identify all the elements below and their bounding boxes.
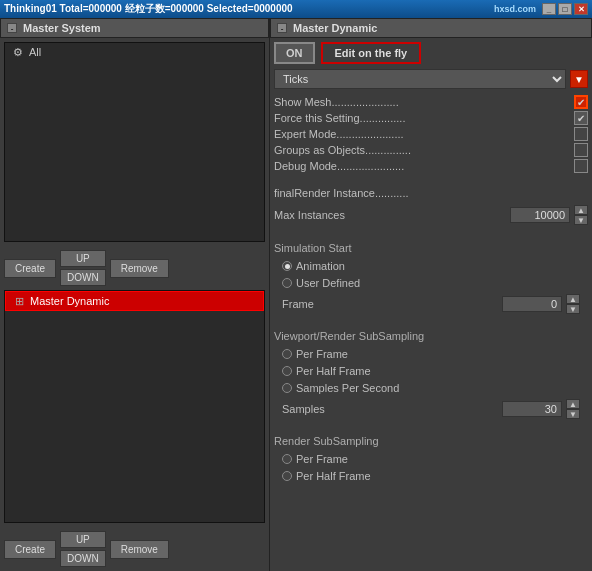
per-half-frame-radio-label: Per Half Frame: [296, 365, 371, 377]
frame-up-btn[interactable]: ▲: [566, 294, 580, 304]
upper-btn-row: Create UP DOWN Remove: [0, 246, 269, 290]
lower-create-button[interactable]: Create: [4, 540, 56, 559]
samples-per-second-radio[interactable]: [282, 383, 292, 393]
render-per-frame-radio[interactable]: [282, 454, 292, 464]
frame-label: Frame: [282, 298, 498, 310]
gear-icon: [11, 45, 25, 59]
user-defined-radio-row: User Defined: [274, 276, 588, 290]
render-per-half-frame-radio[interactable]: [282, 471, 292, 481]
render-per-half-frame-radio-label: Per Half Frame: [296, 470, 371, 482]
per-frame-radio[interactable]: [282, 349, 292, 359]
render-per-frame-radio-row: Per Frame: [274, 452, 588, 466]
system-list-upper[interactable]: All: [4, 42, 265, 242]
samples-input[interactable]: [502, 401, 562, 417]
up-down-group: UP DOWN: [60, 250, 106, 286]
force-setting-label: Force this Setting...............: [274, 112, 574, 124]
on-button[interactable]: ON: [274, 42, 315, 64]
separator-3: [274, 318, 588, 324]
lower-down-button[interactable]: DOWN: [60, 550, 106, 567]
minimize-button[interactable]: _: [542, 3, 556, 15]
separator-1: [274, 177, 588, 183]
right-panel-collapse-btn[interactable]: -: [277, 23, 287, 33]
max-instances-input[interactable]: [510, 207, 570, 223]
max-instances-down-btn[interactable]: ▼: [574, 215, 588, 225]
upper-up-button[interactable]: UP: [60, 250, 106, 267]
on-edit-row: ON Edit on the fly: [274, 42, 588, 64]
upper-remove-button[interactable]: Remove: [110, 259, 169, 278]
max-instances-spinner: ▲ ▼: [574, 205, 588, 225]
system-list-lower[interactable]: Master Dynamic: [4, 290, 265, 523]
upper-down-button[interactable]: DOWN: [60, 269, 106, 286]
render-per-half-frame-radio-row: Per Half Frame: [274, 469, 588, 483]
dropdown-arrow-icon[interactable]: ▼: [570, 70, 588, 88]
animation-radio-row: Animation: [274, 259, 588, 273]
upper-create-button[interactable]: Create: [4, 259, 56, 278]
separator-2: [274, 230, 588, 236]
lower-btn-row: Create UP DOWN Remove: [0, 527, 269, 571]
separator-4: [274, 423, 588, 429]
maximize-button[interactable]: □: [558, 3, 572, 15]
expert-mode-checkbox[interactable]: [574, 127, 588, 141]
final-render-label: finalRender Instance...........: [274, 187, 588, 199]
list-item-all[interactable]: All: [5, 43, 264, 61]
debug-mode-checkbox[interactable]: [574, 159, 588, 173]
animation-radio-label: Animation: [296, 260, 345, 272]
groups-objects-label: Groups as Objects...............: [274, 144, 574, 156]
lower-up-button[interactable]: UP: [60, 531, 106, 548]
properties-section: Show Mesh...................... ✔ Force …: [274, 94, 588, 174]
per-frame-radio-row: Per Frame: [274, 347, 588, 361]
debug-mode-row: Debug Mode......................: [274, 158, 588, 174]
force-setting-row: Force this Setting............... ✔: [274, 110, 588, 126]
right-panel: - Master Dynamic ON Edit on the fly Tick…: [270, 18, 592, 571]
ticks-dropdown[interactable]: Ticks: [274, 69, 566, 89]
samples-label: Samples: [282, 403, 498, 415]
samples-per-second-radio-row: Samples Per Second: [274, 381, 588, 395]
expert-mode-label: Expert Mode......................: [274, 128, 574, 140]
show-mesh-row: Show Mesh...................... ✔: [274, 94, 588, 110]
samples-per-second-radio-label: Samples Per Second: [296, 382, 399, 394]
render-subsampling-label: Render SubSampling: [274, 435, 588, 447]
show-mesh-label: Show Mesh......................: [274, 96, 574, 108]
lower-up-down-group: UP DOWN: [60, 531, 106, 567]
master-dynamic-header: - Master Dynamic: [270, 18, 592, 38]
frame-row: Frame ▲ ▼: [274, 293, 588, 315]
final-render-row: finalRender Instance...........: [274, 186, 588, 200]
right-content: ON Edit on the fly Ticks ▼ Show Mesh....…: [270, 38, 592, 571]
samples-down-btn[interactable]: ▼: [566, 409, 580, 419]
edit-on-fly-button[interactable]: Edit on the fly: [321, 42, 422, 64]
master-system-header: - Master System: [0, 18, 269, 38]
animation-radio[interactable]: [282, 261, 292, 271]
per-half-frame-radio-row: Per Half Frame: [274, 364, 588, 378]
user-defined-radio[interactable]: [282, 278, 292, 288]
per-frame-radio-label: Per Frame: [296, 348, 348, 360]
viewport-render-label: Viewport/Render SubSampling: [274, 330, 588, 342]
titlebar-text: Thinking01 Total=000000 经粒子数=000000 Sele…: [4, 2, 494, 16]
samples-row: Samples ▲ ▼: [274, 398, 588, 420]
per-half-frame-radio[interactable]: [282, 366, 292, 376]
render-per-frame-radio-label: Per Frame: [296, 453, 348, 465]
lower-remove-button[interactable]: Remove: [110, 540, 169, 559]
expert-mode-row: Expert Mode......................: [274, 126, 588, 142]
master-dynamic-title: Master Dynamic: [293, 22, 377, 34]
list-item-master-dynamic[interactable]: Master Dynamic: [5, 291, 264, 311]
groups-objects-checkbox[interactable]: [574, 143, 588, 157]
max-instances-row: Max Instances ▲ ▼: [274, 205, 588, 225]
debug-mode-label: Debug Mode......................: [274, 160, 574, 172]
titlebar: Thinking01 Total=000000 经粒子数=000000 Sele…: [0, 0, 592, 18]
frame-input[interactable]: [502, 296, 562, 312]
close-button[interactable]: ✕: [574, 3, 588, 15]
show-mesh-checkbox[interactable]: ✔: [574, 95, 588, 109]
frame-down-btn[interactable]: ▼: [566, 304, 580, 314]
ticks-dropdown-row: Ticks ▼: [274, 69, 588, 89]
main-area: - Master System All Create UP DOWN Remov…: [0, 18, 592, 571]
user-defined-radio-label: User Defined: [296, 277, 360, 289]
subsystem-icon: [12, 294, 26, 308]
list-item-master-dynamic-label: Master Dynamic: [30, 295, 109, 307]
titlebar-logo: hxsd.com: [494, 4, 536, 14]
frame-spinner: ▲ ▼: [566, 294, 580, 314]
max-instances-up-btn[interactable]: ▲: [574, 205, 588, 215]
samples-up-btn[interactable]: ▲: [566, 399, 580, 409]
force-setting-checkbox[interactable]: ✔: [574, 111, 588, 125]
simulation-start-label: Simulation Start: [274, 242, 588, 254]
left-panel-collapse-btn[interactable]: -: [7, 23, 17, 33]
